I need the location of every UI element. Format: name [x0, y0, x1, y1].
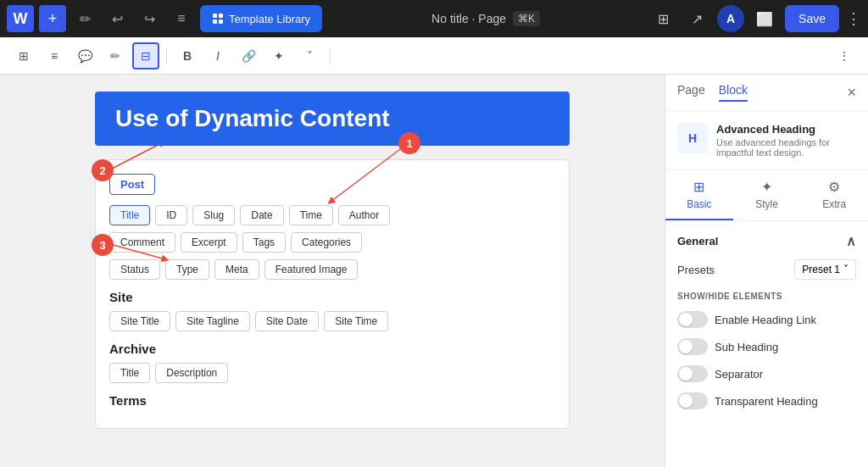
redo-icon[interactable]: ↪: [136, 5, 163, 32]
general-section-header: General ∧: [677, 233, 856, 249]
toggle-transparent-heading: Transparent Heading: [677, 392, 856, 409]
svg-rect-1: [219, 14, 223, 18]
show-hide-label: SHOW/HIDE ELEMENTS: [677, 292, 856, 301]
template-library-button[interactable]: Template Library: [200, 5, 322, 32]
tag-excerpt[interactable]: Excerpt: [181, 232, 237, 253]
pencil-icon[interactable]: ✏: [71, 5, 98, 32]
basic-tab[interactable]: ⊞ Basic: [665, 170, 733, 220]
enable-heading-link-toggle[interactable]: [677, 311, 708, 328]
sub-heading-label: Sub Heading: [715, 341, 778, 353]
table-icon[interactable]: ⊟: [132, 42, 159, 69]
comment-icon[interactable]: 💬: [71, 42, 98, 69]
preset-chevron-icon: ˅: [843, 264, 849, 275]
avatar[interactable]: A: [717, 5, 744, 32]
annotation-1: 1: [398, 132, 420, 154]
post-tags-row-2: Comment Excerpt Tags Categories: [109, 232, 555, 253]
separator-label: Separator: [715, 368, 763, 381]
close-button[interactable]: ×: [847, 84, 856, 102]
toggle-knob: [679, 340, 693, 353]
toggle-knob: [679, 313, 693, 326]
tag-type[interactable]: Type: [165, 259, 209, 280]
divider-1: [166, 47, 167, 64]
post-tab[interactable]: Post: [109, 174, 155, 195]
wp-logo[interactable]: W: [7, 5, 34, 32]
undo-icon[interactable]: ↩: [103, 5, 131, 32]
block-nav-icon[interactable]: ⊞: [10, 42, 37, 69]
bse-tabs: ⊞ Basic ✦ Style ⚙ Extra: [665, 170, 868, 221]
tag-id[interactable]: ID: [155, 205, 187, 225]
page-tab[interactable]: Page: [677, 83, 705, 102]
list-view-icon[interactable]: ≡: [41, 42, 68, 69]
style-tab[interactable]: ✦ Style: [733, 170, 801, 220]
dynamic-content-panel: Post Title ID Slug Date Time Author Comm…: [95, 159, 570, 429]
tag-categories[interactable]: Categories: [291, 232, 362, 253]
transparent-heading-toggle[interactable]: [677, 392, 708, 409]
bold-icon[interactable]: B: [174, 42, 201, 69]
presets-label: Presets: [677, 264, 715, 276]
main-area: 1 2 3 Use of Dynamic Content Post Ti: [0, 75, 868, 467]
dropdown-icon[interactable]: ˅: [296, 42, 323, 69]
add-button[interactable]: +: [39, 5, 66, 32]
right-panel-header: Page Block ×: [665, 75, 868, 111]
preset-select[interactable]: Preset 1 ˅: [794, 259, 856, 280]
menu-icon[interactable]: ≡: [168, 5, 195, 32]
tag-site-date[interactable]: Site Date: [255, 311, 319, 331]
settings-content: General ∧ Presets Preset 1 ˅ SHOW/HIDE E…: [665, 221, 868, 431]
view-icon[interactable]: ⊞: [649, 5, 676, 32]
tag-archive-desc[interactable]: Description: [155, 363, 228, 383]
svg-rect-3: [219, 19, 223, 24]
basic-icon: ⊞: [693, 179, 704, 195]
extra-tab[interactable]: ⚙ Extra: [800, 170, 868, 220]
right-panel: Page Block × H Advanced Heading Use adva…: [665, 75, 868, 467]
block-info: H Advanced Heading Use advanced headings…: [665, 111, 868, 170]
link-icon[interactable]: 🔗: [235, 42, 262, 69]
post-tags-row-3: Status Type Meta Featured Image: [109, 259, 555, 280]
italic-icon[interactable]: I: [204, 42, 231, 69]
toggle-knob: [679, 394, 693, 408]
style-icon: ✦: [761, 179, 772, 195]
toggle-knob: [679, 367, 693, 381]
site-tags-row: Site Title Site Tagline Site Date Site T…: [109, 311, 555, 331]
block-tab[interactable]: Block: [719, 83, 748, 102]
tag-time[interactable]: Time: [289, 205, 333, 225]
frame-icon[interactable]: ⬜: [751, 5, 778, 32]
tag-status[interactable]: Status: [109, 259, 160, 280]
pen-icon[interactable]: ✏: [102, 42, 129, 69]
transparent-heading-label: Transparent Heading: [715, 395, 818, 408]
tag-site-time[interactable]: Site Time: [324, 311, 388, 331]
tag-meta[interactable]: Meta: [214, 259, 259, 280]
save-button[interactable]: Save: [785, 5, 839, 32]
post-tags-row: Title ID Slug Date Time Author: [109, 205, 555, 225]
tag-site-tagline[interactable]: Site Tagline: [175, 311, 250, 331]
toggle-sub-heading: Sub Heading: [677, 338, 856, 355]
tag-tags[interactable]: Tags: [242, 232, 286, 253]
top-bar: W + ✏ ↩ ↪ ≡ Template Library No title · …: [0, 0, 868, 37]
block-name: Advanced Heading: [716, 123, 856, 136]
page-block-tabs: Page Block: [677, 83, 748, 102]
more-button[interactable]: ⋮: [846, 9, 861, 28]
more-options-icon[interactable]: ⋮: [831, 42, 858, 69]
svg-rect-0: [213, 14, 217, 18]
heading-block[interactable]: Use of Dynamic Content: [95, 92, 570, 146]
tag-slug[interactable]: Slug: [192, 205, 235, 225]
tag-archive-title[interactable]: Title: [109, 363, 150, 383]
tag-author[interactable]: Author: [338, 205, 390, 225]
annotation-3: 3: [92, 234, 114, 256]
tag-site-title[interactable]: Site Title: [109, 311, 170, 331]
page-title-area: No title · Page ⌘K: [327, 11, 644, 26]
tag-featured-image[interactable]: Featured Image: [264, 259, 359, 280]
tag-date[interactable]: Date: [240, 205, 283, 225]
svg-rect-2: [213, 19, 217, 24]
tag-title[interactable]: Title: [109, 205, 150, 225]
ai-icon[interactable]: ✦: [265, 42, 292, 69]
preview-icon[interactable]: ↗: [683, 5, 710, 32]
separator-toggle[interactable]: [677, 365, 708, 382]
shortcut-badge: ⌘K: [513, 11, 540, 26]
block-desc: Use advanced headings for impactful text…: [716, 137, 856, 158]
extra-icon: ⚙: [828, 179, 840, 195]
tag-comment[interactable]: Comment: [109, 232, 175, 253]
sub-heading-toggle[interactable]: [677, 338, 708, 355]
toggle-heading-link: Enable Heading Link: [677, 311, 856, 328]
presets-row: Presets Preset 1 ˅: [677, 259, 856, 280]
terms-section-title: Terms: [109, 393, 555, 408]
